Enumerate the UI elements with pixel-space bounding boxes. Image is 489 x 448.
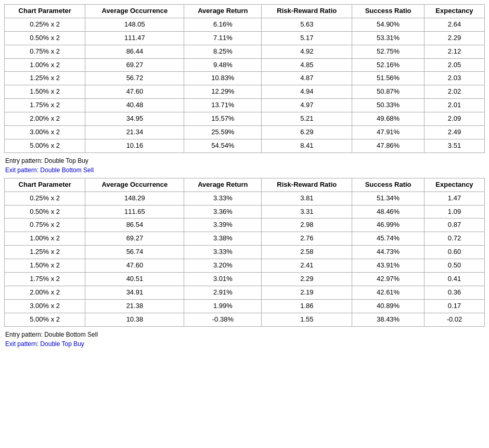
table-cell: 42.61% <box>352 286 424 299</box>
table-cell: 5.00% x 2 <box>5 313 85 326</box>
table-cell: 54.90% <box>352 18 424 31</box>
table-cell: 2.41 <box>262 259 352 273</box>
table-cell: 12.29% <box>184 85 262 99</box>
table-cell: 8.25% <box>184 45 262 58</box>
table-cell: 1.47 <box>424 191 484 205</box>
table-cell: 49.68% <box>352 112 424 126</box>
table1-header-success: Success Ratio <box>352 5 424 18</box>
table-cell: 4.85 <box>262 58 352 72</box>
table1-header-param: Chart Parameter <box>5 5 85 18</box>
table-cell: 2.64 <box>424 18 484 31</box>
table-cell: 2.19 <box>262 286 352 299</box>
table-cell: 2.01 <box>424 99 484 112</box>
table-cell: 3.33% <box>184 191 262 205</box>
table-cell: 148.29 <box>85 191 184 205</box>
table-cell: 1.99% <box>184 299 262 313</box>
table2-header-expectancy: Expectancy <box>424 178 484 191</box>
table-row: 1.75% x 240.513.01%2.2942.97%0.41 <box>5 273 485 286</box>
table-cell: 7.11% <box>184 31 262 45</box>
table-row: 1.25% x 256.7210.83%4.8751.56%2.03 <box>5 72 485 85</box>
table-cell: 8.41 <box>262 139 352 152</box>
table-cell: 34.91 <box>85 286 184 299</box>
table1-container: Chart Parameter Average Occurrence Avera… <box>4 4 485 153</box>
table-cell: 40.89% <box>352 299 424 313</box>
table-cell: 6.16% <box>184 18 262 31</box>
table2-container: Chart Parameter Average Occurrence Avera… <box>4 178 485 327</box>
table-cell: 3.36% <box>184 205 262 219</box>
table-cell: 51.56% <box>352 72 424 85</box>
table-cell: 50.33% <box>352 99 424 112</box>
table-cell: 0.72 <box>424 232 484 246</box>
table-cell: 3.51 <box>424 139 484 152</box>
table-cell: 45.74% <box>352 232 424 246</box>
table-row: 1.25% x 256.743.33%2.5844.73%0.60 <box>5 246 485 259</box>
table-cell: 21.38 <box>85 299 184 313</box>
table-cell: 2.03 <box>424 72 484 85</box>
table-cell: 56.72 <box>85 72 184 85</box>
table1-header-return: Average Return <box>184 5 262 18</box>
table-cell: 5.00% x 2 <box>5 139 85 152</box>
table-cell: 2.05 <box>424 58 484 72</box>
table-row: 1.50% x 247.603.20%2.4143.91%0.50 <box>5 259 485 273</box>
table-cell: 3.38% <box>184 232 262 246</box>
table-cell: 21.34 <box>85 126 184 139</box>
table-row: 1.75% x 240.4813.71%4.9750.33%2.01 <box>5 99 485 112</box>
table-cell: 0.25% x 2 <box>5 191 85 205</box>
table-cell: 4.94 <box>262 85 352 99</box>
table-cell: 3.20% <box>184 259 262 273</box>
table-cell: 48.46% <box>352 205 424 219</box>
table-cell: 0.75% x 2 <box>5 45 85 58</box>
table-cell: 1.00% x 2 <box>5 58 85 72</box>
table-cell: 69.27 <box>85 58 184 72</box>
table1-header-row: Chart Parameter Average Occurrence Avera… <box>5 5 485 18</box>
table-row: 3.00% x 221.381.99%1.8640.89%0.17 <box>5 299 485 313</box>
table-cell: 0.60 <box>424 246 484 259</box>
table-cell: 1.86 <box>262 299 352 313</box>
table-cell: 69.27 <box>85 232 184 246</box>
table-cell: 86.54 <box>85 219 184 232</box>
table-cell: 5.21 <box>262 112 352 126</box>
table-cell: 0.75% x 2 <box>5 219 85 232</box>
table-cell: 25.59% <box>184 126 262 139</box>
table-cell: -0.02 <box>424 313 484 326</box>
table-cell: 1.50% x 2 <box>5 85 85 99</box>
table-row: 0.25% x 2148.293.33%3.8151.34%1.47 <box>5 191 485 205</box>
table-cell: 2.98 <box>262 219 352 232</box>
table2-header-return: Average Return <box>184 178 262 191</box>
table-cell: 3.33% <box>184 246 262 259</box>
table-cell: 2.00% x 2 <box>5 286 85 299</box>
table-cell: 1.75% x 2 <box>5 273 85 286</box>
table-cell: -0.38% <box>184 313 262 326</box>
table-row: 3.00% x 221.3425.59%6.2947.91%2.49 <box>5 126 485 139</box>
table-cell: 0.50 <box>424 259 484 273</box>
table-cell: 1.00% x 2 <box>5 232 85 246</box>
table-cell: 13.71% <box>184 99 262 112</box>
table-cell: 2.02 <box>424 85 484 99</box>
table-cell: 6.29 <box>262 126 352 139</box>
table-cell: 3.00% x 2 <box>5 299 85 313</box>
table-cell: 0.50% x 2 <box>5 205 85 219</box>
table-cell: 1.50% x 2 <box>5 259 85 273</box>
table-cell: 0.36 <box>424 286 484 299</box>
table-cell: 34.95 <box>85 112 184 126</box>
table-row: 0.75% x 286.543.39%2.9846.99%0.87 <box>5 219 485 232</box>
table1-header-occurrence: Average Occurrence <box>85 5 184 18</box>
table-cell: 1.09 <box>424 205 484 219</box>
table2: Chart Parameter Average Occurrence Avera… <box>4 178 485 327</box>
table-cell: 53.31% <box>352 31 424 45</box>
table-cell: 2.00% x 2 <box>5 112 85 126</box>
table-cell: 44.73% <box>352 246 424 259</box>
table1-header-expectancy: Expectancy <box>424 5 484 18</box>
table1-note: Entry pattern: Double Top Buy Exit patte… <box>5 156 485 175</box>
table2-header-success: Success Ratio <box>352 178 424 191</box>
table-cell: 2.29 <box>262 273 352 286</box>
table1-header-rr: Risk-Reward Ratio <box>262 5 352 18</box>
table-cell: 4.97 <box>262 99 352 112</box>
table-cell: 111.47 <box>85 31 184 45</box>
table-cell: 1.75% x 2 <box>5 99 85 112</box>
table-cell: 2.09 <box>424 112 484 126</box>
table-cell: 2.91% <box>184 286 262 299</box>
table-cell: 0.87 <box>424 219 484 232</box>
table-cell: 47.60 <box>85 85 184 99</box>
table-cell: 51.34% <box>352 191 424 205</box>
